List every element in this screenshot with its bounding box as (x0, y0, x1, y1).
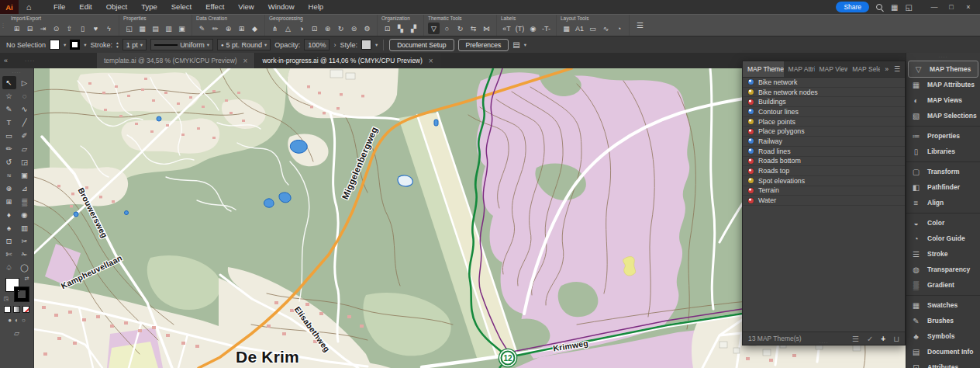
view-properties-icon[interactable]: ▥ (163, 23, 174, 34)
dock-item-color[interactable]: ◒Color (906, 215, 980, 231)
apply-theme-icon[interactable]: ✓ (867, 335, 873, 343)
dock-item-gradient[interactable]: ▒Gradient (906, 277, 980, 293)
dock-drag-handle[interactable]: ···· (906, 54, 980, 60)
none-button[interactable] (22, 306, 29, 313)
artboard-tool[interactable]: ⊡ (2, 234, 16, 248)
add-poi-icon[interactable]: ⊕ (223, 23, 234, 34)
stroke-swatch[interactable] (70, 40, 80, 50)
selection-tool[interactable]: ↖ (2, 76, 16, 89)
theme-row[interactable]: Roads top (743, 166, 905, 176)
gradient-button[interactable] (13, 306, 20, 313)
slice-tool[interactable]: ✂ (18, 234, 32, 248)
eyedropper-tool[interactable]: ♦ (2, 208, 16, 221)
dock-item-map-themes[interactable]: ▽MAP Themes (909, 61, 978, 77)
free-transform-tool[interactable]: ▣ (18, 168, 32, 182)
theme-row[interactable]: Bike network nodes (743, 88, 905, 98)
quick-export-icon[interactable]: ϟ (103, 23, 115, 34)
direct-selection-tool[interactable]: ▷ (18, 76, 32, 89)
draw-behind-icon[interactable]: ◐ (15, 317, 19, 324)
dock-item-document-info[interactable]: ▤Document Info (906, 344, 980, 359)
width-tool[interactable]: ≈ (2, 168, 16, 182)
hand-tool[interactable]: ♤ (2, 261, 16, 274)
opacity-panel-icon[interactable]: › (333, 41, 336, 49)
toolbar-grip[interactable]: ⋮ (0, 15, 7, 36)
dock-item-attributes[interactable]: ⊡Attributes (906, 359, 980, 368)
pen-tool[interactable]: ✎ (2, 102, 16, 116)
dock-item-align[interactable]: ≡Align (906, 195, 980, 210)
theme-row[interactable]: Road lines (743, 147, 905, 157)
map-properties-icon[interactable]: ◱ (123, 23, 135, 34)
screen-mode-icon[interactable]: ▱ (14, 329, 19, 337)
export-document-icon[interactable]: ⊙ (50, 23, 62, 34)
organize-layers-icon[interactable]: ⊡ (381, 23, 393, 34)
pencil-tool[interactable]: ✏ (2, 142, 16, 155)
label-text-icon[interactable]: -T- (540, 23, 552, 34)
export-web-icon[interactable]: ♥ (90, 23, 102, 34)
default-fill-stroke-icon[interactable]: ◳ (4, 296, 9, 302)
import-icon[interactable]: ⊞ (11, 23, 22, 34)
label-leader-icon[interactable]: «T (501, 23, 512, 34)
document-setup-button[interactable]: Document Setup (389, 39, 454, 51)
panel-tab-map-themes[interactable]: MAP Themes (743, 61, 784, 77)
stroke-stepper[interactable]: ▴▾ (116, 41, 119, 48)
opacity-input[interactable]: 100% (304, 39, 330, 50)
minimize-button[interactable]: — (926, 0, 943, 14)
cursor-options-icon[interactable]: ▤ (512, 40, 519, 49)
dock-item-brushes[interactable]: ✎Brushes (906, 313, 980, 328)
close-icon[interactable]: × (429, 57, 433, 65)
geoprocess-settings-icon[interactable]: ⚙ (361, 23, 373, 34)
toolbar-overflow-icon[interactable]: ☰ (630, 15, 650, 36)
refresh-theme-icon[interactable]: ↻ (454, 23, 466, 34)
paintbrush-tool[interactable]: ✐ (18, 129, 32, 142)
style-swatch[interactable] (361, 40, 371, 50)
fill-dropdown-icon[interactable]: ▾ (64, 42, 66, 48)
dock-item-transform[interactable]: ▢Transform (906, 164, 980, 179)
column-graph-tool[interactable]: ▥ (18, 221, 32, 234)
dock-item-properties[interactable]: ≔Properties (906, 128, 980, 144)
scale-indicator-icon[interactable]: A1 (574, 23, 585, 34)
theme-row[interactable]: Terrain (743, 186, 905, 196)
theme-row[interactable]: Water (743, 196, 905, 206)
dock-item-map-attributes[interactable]: ▦MAP Attributes (906, 77, 980, 92)
stroke-width-select[interactable]: 1 pt▾ (122, 39, 147, 50)
preferences-button[interactable]: Preferences (458, 39, 509, 51)
panel-menu-icon[interactable]: ☰ (894, 65, 900, 73)
attribute-table-icon[interactable]: ▦ (136, 23, 148, 34)
split-lines-icon[interactable]: ⋔ (269, 23, 281, 34)
color-button[interactable] (4, 306, 11, 313)
share-button[interactable]: Share (836, 2, 869, 12)
knife-tool[interactable]: ✁ (18, 248, 32, 261)
style-dropdown-icon[interactable]: ▾ (375, 42, 378, 48)
apply-options-icon[interactable]: ☰ (852, 335, 859, 343)
stepper-down-icon[interactable]: ▾ (116, 45, 119, 49)
crop-icon[interactable]: ⊡ (309, 23, 320, 34)
ellipse-theme-icon[interactable]: ○ (441, 23, 453, 34)
add-point-icon[interactable]: ✎ (196, 23, 208, 34)
delete-theme-icon[interactable]: ⊔ (893, 335, 899, 343)
expand-tabs-icon[interactable]: » (885, 65, 889, 73)
arrange-documents-icon[interactable]: ▦ (891, 3, 898, 12)
gradient-tool[interactable]: ▒ (18, 195, 32, 208)
collapse-panels-icon[interactable]: « (4, 57, 8, 64)
import-multiple-icon[interactable]: ⊟ (24, 23, 36, 34)
tab-work-in-progress-document[interactable]: work-in-progress.ai @ 114,06 % (CMYK/CPU… (255, 53, 440, 68)
zoom-tool[interactable]: ◯ (18, 261, 32, 274)
fill-swatch[interactable] (50, 40, 60, 50)
dock-item-transparency[interactable]: ◍Transparency (906, 262, 980, 277)
dock-item-symbols[interactable]: ♣Symbols (906, 328, 980, 344)
menu-item[interactable]: Edit (72, 0, 98, 14)
close-icon[interactable]: × (243, 57, 248, 65)
dock-item-map-views[interactable]: ◐MAP Views (906, 92, 980, 108)
brush-select[interactable]: ●5 pt. Round▾ (217, 39, 271, 50)
dock-item-color-guide[interactable]: ◔Color Guide (906, 231, 980, 246)
buffer-icon[interactable]: ⊛ (322, 23, 333, 34)
search-icon[interactable] (876, 4, 882, 10)
add-theme-icon[interactable]: + (881, 335, 885, 343)
menu-item[interactable]: Window (261, 0, 302, 14)
profile-tool-icon[interactable]: ∿ (600, 23, 612, 34)
export-artboard-icon[interactable]: ▯ (77, 23, 88, 34)
stroke-dropdown-icon[interactable]: ▾ (84, 42, 86, 48)
split-view-icon[interactable]: ▞ (408, 23, 419, 34)
draw-inside-icon[interactable]: ○ (22, 317, 26, 324)
menu-item[interactable]: Effect (198, 0, 231, 14)
